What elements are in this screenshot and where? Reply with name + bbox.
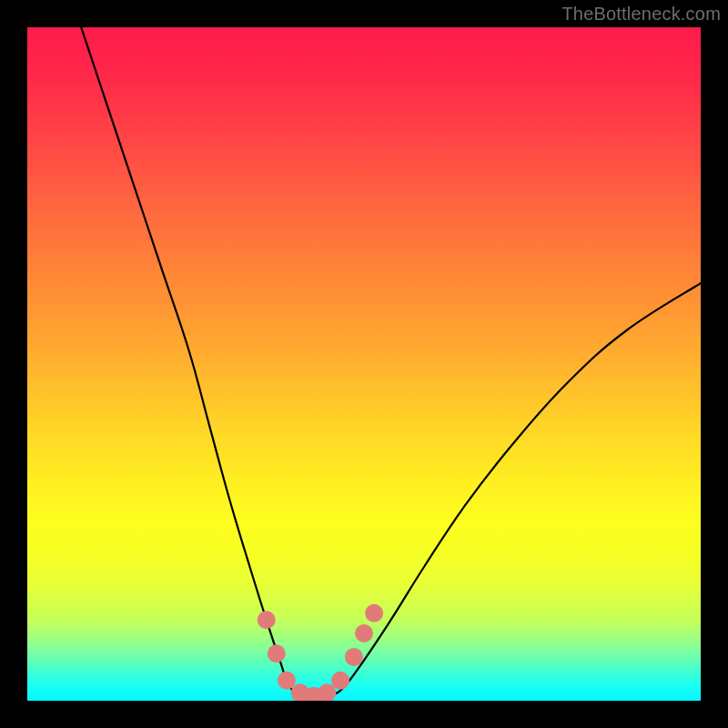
valley-dot (355, 624, 373, 642)
curve-layer (27, 27, 701, 701)
valley-markers (258, 604, 383, 701)
valley-dot (268, 644, 286, 662)
bottleneck-curve (81, 27, 701, 697)
watermark-text: TheBottleneck.com (561, 4, 721, 25)
chart-frame: TheBottleneck.com (0, 0, 728, 728)
valley-dot (258, 611, 276, 629)
valley-dot (365, 604, 383, 622)
valley-dot (345, 648, 363, 666)
valley-dot (331, 672, 349, 690)
valley-dot (278, 672, 296, 690)
plot-area (27, 27, 701, 701)
